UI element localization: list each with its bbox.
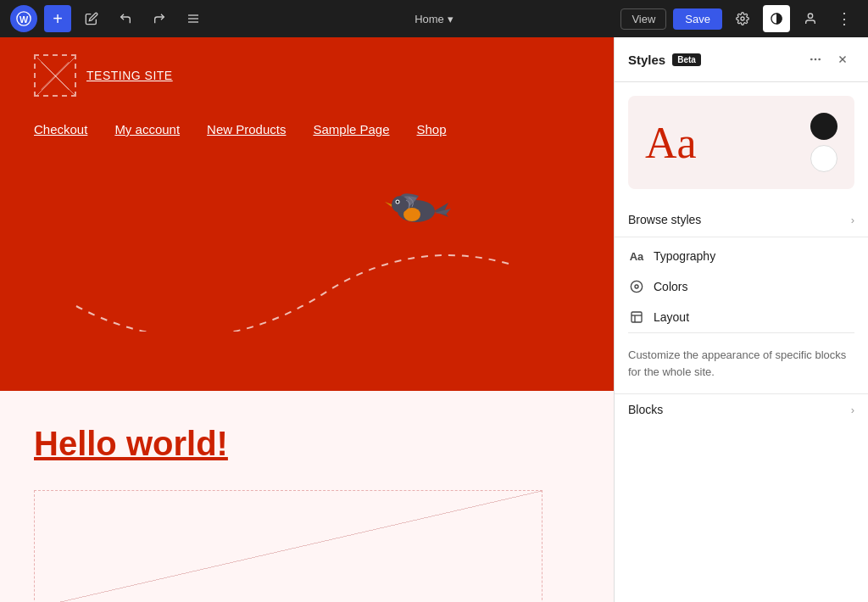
nav-shop[interactable]: Shop	[417, 122, 447, 137]
typography-label: Typography	[654, 249, 854, 263]
main-area: TESTING SITE Checkout My account New Pro…	[0, 37, 868, 602]
site-preview: TESTING SITE Checkout My account New Pro…	[0, 37, 614, 602]
logo-x-icon	[36, 56, 75, 95]
typography-menu-item[interactable]: Aa Typography	[615, 241, 868, 271]
dropdown-icon: ▾	[448, 13, 453, 25]
svg-point-11	[392, 196, 409, 213]
blocks-menu-item[interactable]: Blocks ›	[615, 393, 868, 425]
page-title-text: Home	[415, 13, 444, 25]
site-header: TESTING SITE Checkout My account New Pro…	[0, 37, 614, 391]
layout-label: Layout	[654, 310, 854, 324]
svg-point-13	[397, 201, 399, 203]
svg-point-14	[810, 59, 813, 61]
svg-line-8	[37, 58, 75, 95]
save-button[interactable]: Save	[673, 8, 722, 30]
divider-1	[628, 332, 854, 333]
customize-text: Customize the appearance of specific blo…	[615, 337, 868, 390]
style-preview-aa: Aa	[645, 118, 697, 168]
canvas-area: TESTING SITE Checkout My account New Pro…	[0, 37, 614, 602]
color-dot-black	[810, 113, 837, 140]
colors-menu-item[interactable]: Colors	[615, 271, 868, 302]
site-name: TESTING SITE	[86, 69, 173, 82]
browse-styles-chevron-icon: ›	[851, 214, 854, 226]
layout-menu-item[interactable]: Layout	[615, 302, 868, 332]
layout-icon	[628, 310, 645, 324]
hero-content	[34, 170, 580, 357]
settings-button[interactable]	[729, 5, 756, 32]
site-nav: Checkout My account New Products Sample …	[34, 122, 580, 137]
add-block-button[interactable]: +	[44, 5, 71, 32]
typography-icon: Aa	[628, 250, 645, 263]
browse-styles-label: Browse styles	[628, 213, 851, 226]
svg-point-5	[741, 17, 744, 20]
page-title-button[interactable]: Home ▾	[408, 9, 460, 29]
svg-point-19	[635, 285, 638, 288]
document-overview-button[interactable]	[180, 5, 207, 32]
user-button[interactable]	[797, 5, 824, 32]
wp-logo[interactable]: W	[10, 5, 37, 32]
site-body: Hello world!	[0, 391, 614, 602]
toolbar: W +	[0, 0, 868, 37]
svg-point-6	[808, 14, 812, 18]
styles-button[interactable]	[763, 5, 790, 32]
edit-button[interactable]	[78, 5, 105, 32]
blocks-chevron-icon: ›	[851, 404, 854, 416]
toolbar-center: Home ▾	[408, 9, 460, 29]
colors-label: Colors	[654, 280, 854, 293]
more-options-button[interactable]: ⋮	[831, 5, 858, 32]
nav-checkout[interactable]: Checkout	[34, 122, 87, 137]
style-preview: Aa	[628, 96, 854, 189]
undo-button[interactable]	[112, 5, 139, 32]
colors-icon	[628, 280, 645, 293]
panel-more-button[interactable]	[804, 47, 827, 71]
svg-text:W: W	[19, 14, 29, 25]
content-placeholder	[34, 490, 542, 602]
svg-point-15	[815, 59, 817, 61]
blocks-label: Blocks	[628, 403, 851, 416]
dashed-curve	[34, 204, 614, 332]
beta-badge: Beta	[672, 53, 701, 66]
styles-panel: Styles Beta Aa	[614, 37, 868, 602]
nav-my-account[interactable]: My account	[114, 122, 180, 137]
hello-world-heading: Hello world!	[34, 425, 580, 463]
logo-placeholder	[34, 54, 76, 97]
panel-close-button[interactable]	[831, 47, 854, 71]
browse-styles-row[interactable]: Browse styles ›	[615, 203, 868, 237]
panel-header: Styles Beta	[615, 37, 868, 82]
svg-rect-20	[632, 312, 642, 322]
toolbar-left: W +	[10, 5, 207, 32]
panel-title: Styles	[628, 53, 665, 67]
svg-point-16	[818, 59, 821, 61]
nav-sample-page[interactable]: Sample Page	[313, 122, 389, 137]
style-color-dots	[810, 113, 837, 172]
color-dot-white	[810, 145, 837, 172]
redo-button[interactable]	[146, 5, 173, 32]
panel-header-actions	[804, 47, 854, 71]
bird-illustration	[376, 179, 453, 230]
site-logo-area: TESTING SITE	[34, 54, 580, 97]
view-button[interactable]: View	[620, 8, 666, 30]
nav-new-products[interactable]: New Products	[207, 122, 286, 137]
toolbar-right: View Save ⋮	[620, 5, 858, 32]
